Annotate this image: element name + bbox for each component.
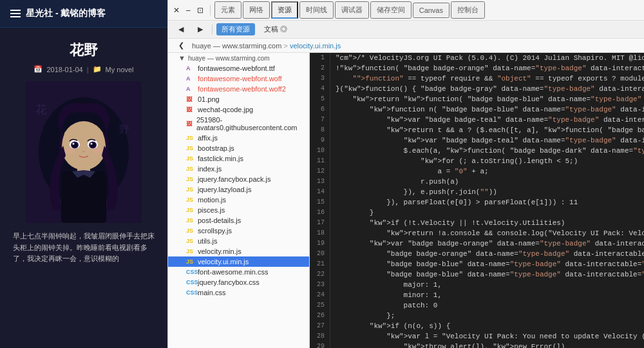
tab-storage[interactable]: 储存空间 <box>370 1 412 19</box>
code-line: 6 "kw">function n( "badge badge-blue" da… <box>310 104 644 115</box>
hamburger-icon[interactable] <box>10 10 21 17</box>
line-number: 8 <box>310 125 330 135</box>
line-number: 22 <box>310 269 330 280</box>
file-type-icon: JS <box>186 258 195 265</box>
tree-item[interactable]: JSpost-details.js <box>168 215 309 226</box>
tree-item[interactable]: Afontawesome-webfont.woff2 <box>168 84 309 94</box>
devtools-min-btn[interactable]: – <box>184 5 193 16</box>
tree-item[interactable]: Afontawesome-webfont.ttf <box>168 63 309 73</box>
svg-text:花: 花 <box>35 103 47 116</box>
tree-item[interactable]: JSindex.js <box>168 164 309 174</box>
file-type-icon: JS <box>186 186 195 193</box>
file-type-icon: JS <box>186 145 195 151</box>
code-line: 15 }), parseFloat(e[0]) > parseFloat(e[1… <box>310 197 644 208</box>
tree-item[interactable]: 🖼01.png <box>168 94 309 104</box>
tab-debugger[interactable]: 调试器 <box>335 1 369 19</box>
devtools-close-btn[interactable]: ✕ <box>171 5 182 16</box>
tab-network[interactable]: 网络 <box>243 1 270 19</box>
code-line: 8 "kw">return t && a ? ($.each([t, a], "… <box>310 125 644 135</box>
file-name: jquery.fancybox.pack.js <box>198 175 271 183</box>
divider <box>212 24 213 35</box>
file-name: post-details.js <box>198 217 241 224</box>
line-number: 16 <box>310 208 330 218</box>
code-line: 9 "kw">var "badge badge-teal" data-name=… <box>310 135 644 146</box>
line-content: !"kw">function( "badge badge-orange" dat… <box>336 63 644 73</box>
tree-item[interactable]: JSaffix.js <box>168 133 309 143</box>
file-name: velocity.ui.min.js <box>198 258 249 266</box>
code-viewer[interactable]: 1"cm">/* VelocityJS.org UI Pack (5.0.4).… <box>310 53 644 348</box>
documents-tab[interactable]: 文稿 ◎ <box>259 23 292 35</box>
line-content: patch: 0 <box>336 300 644 311</box>
line-content: r.push(a) <box>336 177 644 187</box>
tree-item[interactable]: JSutils.js <box>168 236 309 246</box>
tab-elements[interactable]: 元素 <box>214 1 242 19</box>
tree-item[interactable]: JSfastclick.min.js <box>168 153 309 164</box>
back-btn[interactable]: ◀ <box>173 24 189 35</box>
tab-timeline[interactable]: 时间线 <box>299 1 334 19</box>
file-type-icon: 🖼 <box>186 121 194 127</box>
code-line: 26 }; <box>310 311 644 321</box>
line-number: 3 <box>310 73 330 84</box>
tab-resources[interactable]: 资源 <box>271 1 298 19</box>
line-content: "kw">function n( "badge badge-blue" data… <box>336 104 644 115</box>
line-content: "kw">if (n(o, s)) { <box>336 321 644 331</box>
tree-item[interactable]: JSvelocity.min.js <box>168 246 309 256</box>
calendar-icon: 📅 <box>33 65 43 73</box>
file-name: main.css <box>198 289 225 296</box>
forward-btn[interactable]: ▶ <box>193 24 208 35</box>
line-content: minor: 1, <box>336 290 644 300</box>
nav-back-btn[interactable]: ❮ <box>173 40 189 51</box>
code-line: 11 "kw">for (; a.toString().length < 5;) <box>310 156 644 166</box>
tab-canvas[interactable]: Canvas <box>413 3 450 18</box>
tab-console[interactable]: 控制台 <box>451 1 485 19</box>
file-name: fontawesome-webfont.ttf <box>198 64 275 72</box>
line-number: 11 <box>310 156 330 166</box>
resource-toolbar: ◀ ▶ 所有资源 文稿 ◎ <box>168 21 644 39</box>
post-excerpt: 早上七点半闹钟响起，我皱眉闭眼伸手去把床头柜上的闹钟关掉。昨晚睡前看电视剧看多了… <box>10 231 157 265</box>
tree-item[interactable]: JSpisces.js <box>168 205 309 215</box>
tree-item[interactable]: JSjquery.fancybox.pack.js <box>168 174 309 184</box>
tree-item[interactable]: JSbootstrap.js <box>168 143 309 153</box>
line-content: "kw">var "badge badge-orange" data-name=… <box>336 238 644 249</box>
tree-item[interactable]: JSmotion.js <box>168 195 309 205</box>
line-content: }; <box>336 311 644 321</box>
tree-item[interactable]: 🖼wechat-qcode.jpg <box>168 104 309 115</box>
tree-item[interactable]: JSscrollspy.js <box>168 226 309 236</box>
code-line: 10 $.each(a, "kw">function( "badge badge… <box>310 146 644 156</box>
line-number: 24 <box>310 290 330 300</box>
file-type-icon: A <box>186 86 195 92</box>
tree-item[interactable]: CSSjquery.fancybox.css <box>168 277 309 287</box>
line-content: }), e.push(r.join("")) <box>336 187 644 197</box>
tree-item[interactable]: CSSfont-awesome.min.css <box>168 267 309 277</box>
line-content: "kw">return "kw">function( "badge badge-… <box>336 94 644 104</box>
tree-item[interactable]: CSSmain.css <box>168 287 309 298</box>
tree-item[interactable]: Afontawesome-webfont.woff <box>168 73 309 84</box>
file-type-icon: CSS <box>186 289 195 296</box>
code-line: 3 "">function" == typeof require && "obj… <box>310 73 644 84</box>
line-number: 12 <box>310 166 330 177</box>
tree-item[interactable]: JSjquery.lazyload.js <box>168 184 309 195</box>
line-content: "kw">var l = "Velocity UI Pack: You need… <box>336 331 644 342</box>
post-title: 花野 <box>70 41 98 60</box>
breadcrumb-file: velocity.ui.min.js <box>290 42 341 50</box>
file-tree: ▼ huaye — www.starming.com Afontawesome-… <box>168 53 310 348</box>
tree-root-folder[interactable]: ▼ huaye — www.starming.com <box>168 53 309 63</box>
line-number: 6 <box>310 104 330 115</box>
code-line: 21 "badge badge-blue" data-name="type-ba… <box>310 259 644 269</box>
line-number: 20 <box>310 249 330 259</box>
code-line: 1"cm">/* VelocityJS.org UI Pack (5.0.4).… <box>310 53 644 63</box>
all-resources-tab[interactable]: 所有资源 <box>216 23 255 35</box>
code-line: 27 "kw">if (n(o, s)) { <box>310 321 644 331</box>
tree-item[interactable]: JSvelocity.ui.min.js <box>168 256 309 267</box>
file-type-icon: CSS <box>186 279 195 285</box>
file-type-icon: 🖼 <box>186 96 195 102</box>
line-content: $.each(a, "kw">function( "badge badge-da… <box>336 146 644 156</box>
line-content: a = "0" + a; <box>336 166 644 177</box>
code-line: 24 minor: 1, <box>310 290 644 300</box>
tree-item[interactable]: 🖼251980-avatars0.githubusercontent.com <box>168 115 309 133</box>
line-number: 17 <box>310 218 330 228</box>
devtools-dock-btn[interactable]: ⊡ <box>194 5 206 16</box>
file-type-icon: CSS <box>186 269 195 275</box>
svg-point-12 <box>91 143 93 145</box>
line-content: }("kw">function() { "badge badge-gray" d… <box>336 84 644 94</box>
